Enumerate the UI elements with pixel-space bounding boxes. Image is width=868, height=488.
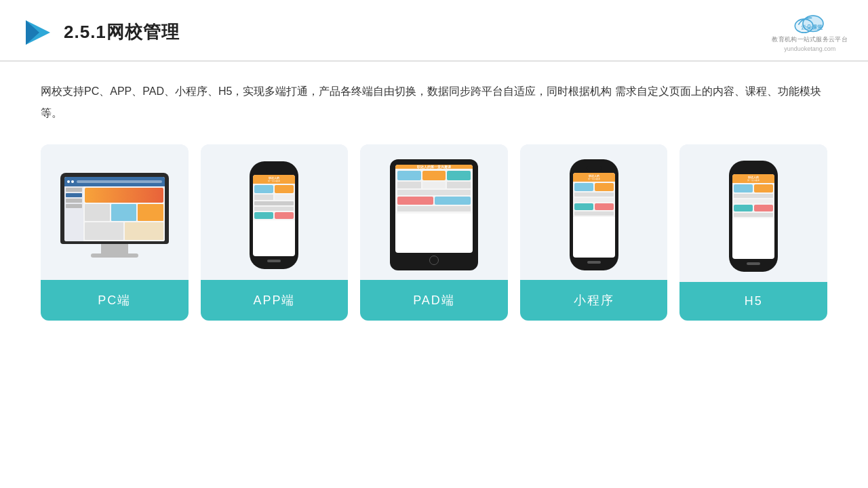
page-title: 2.5.1网校管理: [64, 20, 180, 44]
play-logo-icon: [20, 16, 53, 49]
phone-screen: 职达人的 第一堂兴趣课: [253, 175, 295, 256]
phone-mockup-mini: 职达人的 第一堂兴趣课: [570, 159, 618, 270]
card-app-label: APP端: [201, 280, 349, 321]
phone-outer-mini: 职达人的 第一堂兴趣课: [570, 159, 618, 270]
card-pc: PC端: [41, 144, 189, 321]
description-text: 网校支持PC、APP、PAD、小程序、H5，实现多端打通，产品各终端自由切换，数…: [41, 81, 827, 124]
cards-row: PC端 职达人的 第一堂兴趣课: [41, 144, 827, 321]
monitor-outer: [60, 173, 169, 244]
card-mini-label: 小程序: [520, 280, 668, 321]
tablet-mockup-pad: 职达人的第一堂兴趣课: [390, 159, 478, 270]
brand-url: yunduoketang.com: [784, 45, 835, 52]
card-h5-label: H5: [679, 282, 827, 321]
svg-text:云朵课堂: 云朵课堂: [801, 24, 823, 30]
phone-screen-h5: 职达人的 第一堂兴趣课: [732, 174, 774, 259]
card-app: 职达人的 第一堂兴趣课: [201, 144, 349, 321]
card-pad: 职达人的第一堂兴趣课: [360, 144, 508, 321]
monitor-screen: [64, 177, 165, 241]
phone-outer: 职达人的 第一堂兴趣课: [250, 161, 298, 269]
card-pad-label: PAD端: [360, 280, 508, 321]
phone-mockup-h5: 职达人的 第一堂兴趣课: [729, 161, 778, 272]
card-pad-image: 职达人的第一堂兴趣课: [360, 144, 508, 280]
brand-logo: 云朵课堂 教育机构一站式服务云平台 yunduoketang.com: [772, 12, 848, 52]
card-h5: 职达人的 第一堂兴趣课: [679, 144, 827, 321]
brand-logo-icon: 云朵课堂: [793, 12, 827, 34]
pc-monitor-mockup: [60, 173, 169, 258]
phone-mockup-app: 职达人的 第一堂兴趣课: [250, 161, 298, 269]
card-mini-image: 职达人的 第一堂兴趣课: [520, 144, 668, 280]
phone-outer-h5: 职达人的 第一堂兴趣课: [729, 161, 778, 272]
cloud-icon: 云朵课堂: [793, 12, 827, 34]
tablet-outer: 职达人的第一堂兴趣课: [390, 159, 478, 270]
phone-screen-mini: 职达人的 第一堂兴趣课: [573, 173, 615, 258]
card-h5-image: 职达人的 第一堂兴趣课: [679, 144, 827, 282]
card-mini: 职达人的 第一堂兴趣课: [520, 144, 668, 321]
main-content: 网校支持PC、APP、PAD、小程序、H5，实现多端打通，产品各终端自由切换，数…: [0, 62, 868, 334]
brand-sub-text: 教育机构一站式服务云平台: [772, 35, 848, 44]
header: 2.5.1网校管理 云朵课堂 教育机构一站式服务云平台 yunduoketang…: [0, 0, 868, 62]
card-app-image: 职达人的 第一堂兴趣课: [201, 144, 349, 280]
card-pc-image: [41, 144, 189, 280]
tablet-screen: 职达人的第一堂兴趣课: [395, 165, 473, 253]
card-pc-label: PC端: [41, 280, 189, 321]
header-left: 2.5.1网校管理: [20, 16, 180, 49]
